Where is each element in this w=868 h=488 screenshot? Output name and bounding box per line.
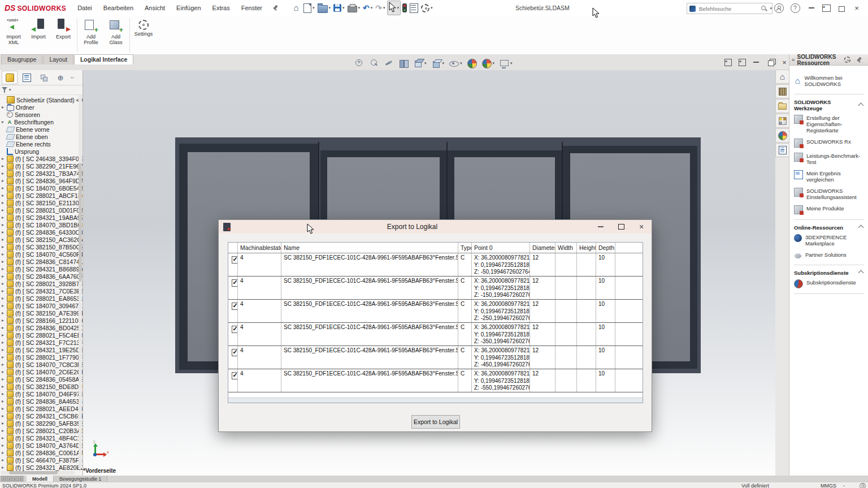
- tree-item-ebene-rechts[interactable]: Ebene rechts: [0, 140, 83, 148]
- view-settings-button[interactable]: ▾: [500, 59, 513, 68]
- collapse-chevron-icon[interactable]: [858, 225, 864, 231]
- tree-component[interactable]: ▸(f) [ SC 288021_F5C4EB64-EF9A-: [0, 331, 83, 339]
- filter-funnel-icon[interactable]: [2, 87, 8, 93]
- tree-component[interactable]: ▸(f) [ SC 184070_A3764D80-0CEF-: [0, 442, 83, 449]
- expand-arrow-icon[interactable]: ▸: [2, 193, 7, 198]
- tree-root-item[interactable]: Schiebetür (Standard) <Anzeigestat: [0, 96, 83, 103]
- dropdown-caret-icon[interactable]: ▾: [431, 6, 433, 10]
- tree-item-beschriftungen[interactable]: ▸Beschriftungen: [0, 118, 83, 126]
- tree-item-ebene-oben[interactable]: Ebene oben: [0, 133, 83, 140]
- menu-fenster[interactable]: Fenster: [236, 0, 268, 16]
- tree-component[interactable]: ▸(f) [ SC 284321_B86889A8-F467-: [0, 265, 83, 273]
- view-palette-tab[interactable]: [775, 114, 789, 128]
- custom-properties-tab[interactable]: [775, 143, 789, 157]
- tree-component[interactable]: ▸(f) [ SC 284836_6AA760F1-E319-: [0, 273, 83, 280]
- tree-component[interactable]: ▸(f) [ SC 288021_EA865315-DA4D: [0, 295, 83, 302]
- tree-item-ordner[interactable]: ▸Ordner: [0, 103, 83, 111]
- dropdown-caret-icon[interactable]: ▾: [442, 61, 445, 66]
- expand-arrow-icon[interactable]: ▸: [2, 377, 7, 382]
- dimxpertmanager-tab[interactable]: [53, 71, 68, 84]
- expand-arrow-icon[interactable]: ▸: [2, 355, 7, 360]
- expand-arrow-icon[interactable]: ▸: [2, 200, 7, 205]
- print-button[interactable]: ▾: [346, 1, 362, 15]
- magnify-selection-button[interactable]: [384, 59, 394, 68]
- dropdown-caret-icon[interactable]: ▾: [342, 6, 345, 10]
- expand-arrow-icon[interactable]: ▸: [2, 156, 7, 161]
- expand-arrow-icon[interactable]: ▸: [2, 171, 7, 176]
- expand-arrow-icon[interactable]: ▸: [2, 105, 7, 110]
- tree-component[interactable]: ▸(f) [ SC 284321_C5CB69E3-3487-: [0, 412, 83, 420]
- row-checkbox[interactable]: [232, 326, 238, 333]
- scrollbar-thumb[interactable]: [79, 163, 82, 282]
- dialog-close-button[interactable]: ×: [631, 220, 652, 234]
- expand-arrow-icon[interactable]: ▸: [2, 178, 7, 183]
- home-tab[interactable]: [775, 70, 789, 84]
- expand-arrow-icon[interactable]: ▸: [2, 399, 7, 404]
- tree-component[interactable]: ▸(f) [ SC 382150_BDE8D3B4-4F4D: [0, 383, 83, 390]
- task-pane-gear-icon[interactable]: [844, 57, 850, 63]
- hide-show-button[interactable]: ▾: [449, 59, 462, 68]
- open-button[interactable]: ▾: [316, 1, 332, 15]
- expand-arrow-icon[interactable]: ▸: [2, 450, 7, 455]
- dialog-row[interactable]: 4SC 382150_FDF1ECEC-101C-428A-9961-9F595…: [228, 369, 643, 392]
- tree-component[interactable]: ▸(f) [ SC 466470_F3875F48-04D3-: [0, 456, 83, 464]
- menu-extras[interactable]: Extras: [207, 0, 236, 16]
- tree-component[interactable]: ▸(f) [ SC 382150_E2113072-2B9B-: [0, 199, 83, 206]
- tab-scroll-left-icon[interactable]: ◂: [7, 476, 12, 481]
- expand-arrow-icon[interactable]: ▸: [2, 443, 7, 448]
- expand-arrow-icon[interactable]: ▸: [2, 310, 7, 316]
- section-title[interactable]: Subskriptionsdienste: [794, 270, 864, 276]
- zoom-fit-button[interactable]: [355, 59, 364, 68]
- tree-component[interactable]: ▸(f) [ SC 284836_8A46534F-6E24-: [0, 398, 83, 405]
- help-button[interactable]: ?: [789, 3, 801, 12]
- expand-arrow-icon[interactable]: ▸: [2, 421, 7, 426]
- expand-arrow-icon[interactable]: ▸: [2, 413, 7, 418]
- marketplace-globe-link[interactable]: 3DEXPERIENCE Marketplace: [794, 234, 864, 247]
- dropdown-caret-icon[interactable]: ▾: [383, 6, 385, 10]
- filter-caret-icon[interactable]: ▾: [9, 88, 11, 92]
- expand-arrow-icon[interactable]: ▸: [2, 465, 7, 470]
- minimize-button[interactable]: [806, 3, 817, 12]
- ribbon-add-profile-button[interactable]: +Add Profile: [79, 16, 103, 54]
- expand-arrow-icon[interactable]: ▸: [2, 119, 7, 124]
- edit-appearance-button[interactable]: [467, 59, 477, 68]
- pin-menu-icon[interactable]: [272, 5, 278, 11]
- dropdown-caret-icon[interactable]: ▾: [424, 61, 427, 66]
- task-pane-pin-icon[interactable]: [856, 57, 862, 63]
- dropdown-caret-icon[interactable]: ▾: [313, 6, 315, 10]
- status-units[interactable]: MMGS: [821, 483, 836, 488]
- tree-component[interactable]: ▸(f) [ SC 184070_3BD1BCE5-28A2: [0, 221, 83, 228]
- property-tab-builder-link[interactable]: Erstellung der Eigenschaften-Registerkar…: [794, 115, 864, 133]
- select-cursor-button[interactable]: ▾: [387, 1, 401, 15]
- fm-tabs-overflow-icon[interactable]: ‹ ›: [71, 75, 73, 80]
- tree-component[interactable]: ▸(f) [ SC 288021_C20B3A1D-DEF1: [0, 427, 83, 434]
- next-window-button[interactable]: [737, 58, 747, 66]
- options-gear-button[interactable]: ▾: [420, 1, 434, 15]
- dropdown-caret-icon[interactable]: ▾: [460, 61, 462, 66]
- menu-einfügen[interactable]: Einfügen: [171, 0, 206, 16]
- zoom-area-button[interactable]: [370, 59, 379, 68]
- doc-minimize-button[interactable]: [752, 58, 761, 66]
- propertymanager-tab[interactable]: [19, 71, 34, 84]
- expand-arrow-icon[interactable]: ▸: [2, 384, 7, 389]
- dialog-row[interactable]: 4SC 382150_FDF1ECEC-101C-428A-9961-9F595…: [228, 300, 643, 323]
- expand-arrow-icon[interactable]: ▸: [2, 325, 7, 330]
- tab-scroll-last-icon[interactable]: ▸: [18, 476, 23, 481]
- redo-button[interactable]: ▾: [374, 1, 386, 15]
- dialog-title-bar[interactable]: Export to Logikal ×: [219, 220, 652, 234]
- tree-item-ebene-vorne[interactable]: Ebene vorne: [0, 126, 83, 133]
- tree-component[interactable]: ▸(f) [ SC 284321_F7C213F0-44D2-: [0, 339, 83, 346]
- tab-scroll-first-icon[interactable]: ◂: [1, 476, 6, 481]
- expand-arrow-icon[interactable]: ▸: [2, 296, 7, 301]
- expand-arrow-icon[interactable]: ▸: [2, 406, 7, 411]
- expand-arrow-icon[interactable]: ▸: [2, 259, 7, 264]
- ribbon-import-button[interactable]: Import: [26, 16, 51, 54]
- tree-component[interactable]: ▸(f) [ SC 184070_2C6E2CFC-E901-: [0, 368, 83, 375]
- expand-arrow-icon[interactable]: ▸: [2, 274, 7, 279]
- tree-component[interactable]: ▸(f) [ SC 382150_AC362CA9-B1E4: [0, 236, 83, 243]
- tree-component[interactable]: ▸(f) [ SC 382290_5AFB35B2-F55A: [0, 420, 83, 427]
- tree-component[interactable]: ▸(f) [ SC 284321_AE820EDB-C149: [0, 464, 83, 471]
- undo-button[interactable]: ▾: [362, 1, 374, 15]
- tree-component[interactable]: ▸(f) [ SC 284321_4BF4C1D9-5EA9: [0, 434, 83, 442]
- settings-assistant-link[interactable]: SOLIDWORKS Einstellungsassistent: [794, 188, 864, 200]
